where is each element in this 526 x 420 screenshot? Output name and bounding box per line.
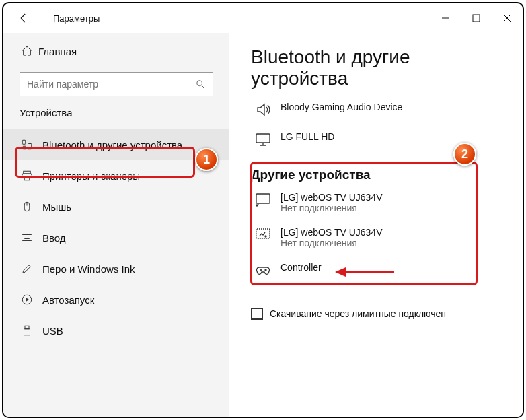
- home-icon: [21, 45, 38, 57]
- device-row[interactable]: Bloody Gaming Audio Device: [251, 98, 508, 127]
- svg-rect-8: [23, 146, 26, 149]
- sidebar-item-label: Автозапуск: [42, 294, 94, 306]
- svg-rect-23: [256, 134, 270, 143]
- device-row[interactable]: [LG] webOS TV UJ634V Нет подключения: [251, 188, 508, 223]
- minimize-button[interactable]: [430, 3, 461, 33]
- device-status: Нет подключения: [280, 238, 382, 248]
- other-devices-heading: Другие устройства: [251, 157, 508, 188]
- sidebar-item-usb[interactable]: USB: [3, 315, 229, 346]
- media-device-icon: [251, 227, 275, 243]
- device-name: LG FULL HD: [280, 131, 334, 142]
- device-status: Нет подключения: [280, 203, 382, 213]
- svg-point-29: [265, 236, 266, 237]
- device-name: Bloody Gaming Audio Device: [280, 102, 402, 112]
- titlebar: Параметры: [3, 3, 523, 33]
- search-box[interactable]: [20, 72, 213, 96]
- sidebar-section: Устройства: [3, 107, 229, 125]
- svg-rect-14: [22, 235, 32, 241]
- sidebar-item-label: Мышь: [42, 201, 71, 213]
- main-panel: Bluetooth и другие устройства Bloody Gam…: [229, 33, 523, 417]
- controller-icon: [251, 262, 275, 278]
- svg-rect-9: [24, 171, 31, 174]
- sidebar-item-typing[interactable]: Ввод: [3, 222, 229, 253]
- device-name: [LG] webOS TV UJ634V: [280, 192, 382, 203]
- checkbox[interactable]: [251, 308, 263, 320]
- mouse-icon: [21, 201, 42, 213]
- device-row[interactable]: LG FULL HD: [251, 127, 508, 157]
- window-title: Параметры: [53, 13, 100, 24]
- svg-rect-26: [256, 194, 270, 203]
- svg-point-4: [197, 81, 202, 86]
- svg-rect-21: [25, 326, 29, 329]
- sidebar-item-bluetooth[interactable]: Bluetooth и другие устройства: [3, 129, 229, 160]
- svg-point-30: [265, 269, 266, 271]
- sidebar-item-label: Bluetooth и другие устройства: [42, 139, 182, 151]
- back-button[interactable]: [13, 12, 34, 24]
- metered-download-row[interactable]: Скачивание через лимитные подключен: [251, 287, 508, 320]
- sidebar-item-label: Принтеры и сканеры: [42, 170, 140, 182]
- monitor-icon: [251, 131, 275, 147]
- home-link[interactable]: Главная: [3, 37, 229, 65]
- printer-icon: [21, 170, 42, 182]
- device-name: Controller: [280, 262, 322, 273]
- home-label: Главная: [38, 46, 77, 57]
- svg-rect-6: [22, 140, 26, 144]
- page-title: Bluetooth и другие устройства: [251, 46, 508, 90]
- close-button[interactable]: [492, 3, 523, 33]
- pen-icon: [21, 262, 42, 275]
- cast-icon: [251, 192, 275, 208]
- checkbox-label: Скачивание через лимитные подключен: [270, 308, 446, 319]
- svg-line-5: [202, 85, 204, 88]
- sidebar-item-pen[interactable]: Перо и Windows Ink: [3, 253, 229, 284]
- device-row[interactable]: Controller: [251, 258, 508, 287]
- device-name: [LG] webOS TV UJ634V: [280, 227, 382, 238]
- svg-rect-10: [22, 174, 32, 178]
- svg-rect-7: [28, 144, 32, 149]
- sidebar-item-label: Ввод: [42, 232, 66, 244]
- autoplay-icon: [21, 293, 42, 306]
- sidebar-item-label: USB: [42, 325, 63, 337]
- svg-rect-28: [256, 229, 270, 238]
- device-row[interactable]: [LG] webOS TV UJ634V Нет подключения: [251, 223, 508, 258]
- speaker-icon: [251, 102, 275, 118]
- search-input[interactable]: [27, 79, 195, 90]
- maximize-button[interactable]: [461, 3, 492, 33]
- sidebar: Главная Устройства Bluetooth и другие ус…: [3, 33, 229, 417]
- settings-window: Параметры Главная Ус: [3, 3, 523, 417]
- svg-point-27: [256, 205, 258, 206]
- svg-rect-22: [24, 329, 30, 335]
- sidebar-item-autoplay[interactable]: Автозапуск: [3, 284, 229, 315]
- search-icon: [195, 79, 206, 90]
- usb-icon: [21, 324, 42, 337]
- devices-icon: [21, 139, 42, 151]
- sidebar-item-printers[interactable]: Принтеры и сканеры: [3, 160, 229, 191]
- keyboard-icon: [21, 232, 42, 244]
- svg-rect-11: [24, 177, 30, 180]
- svg-rect-1: [473, 15, 480, 22]
- sidebar-item-label: Перо и Windows Ink: [42, 263, 135, 275]
- sidebar-item-mouse[interactable]: Мышь: [3, 191, 229, 222]
